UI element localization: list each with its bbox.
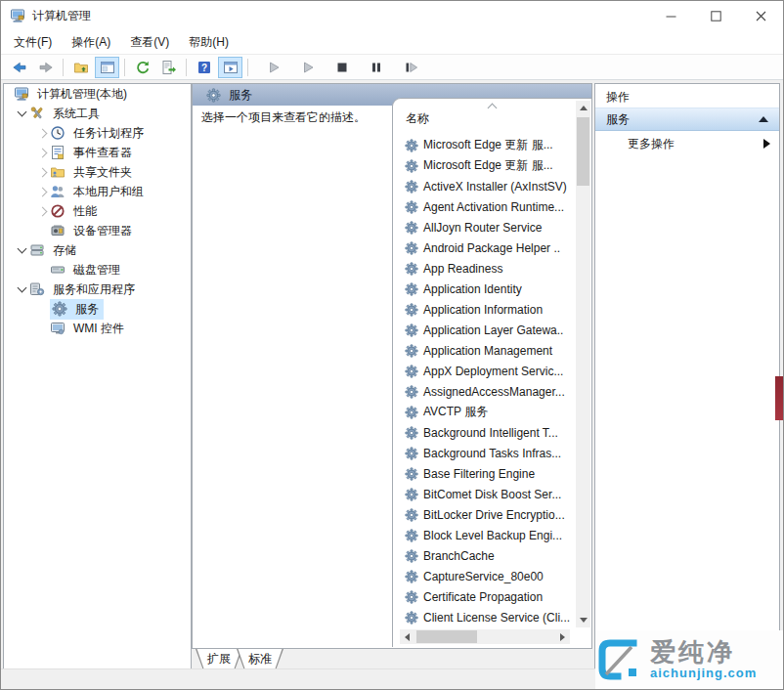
chevron-right-icon: [37, 148, 47, 157]
minimize-button[interactable]: [648, 1, 693, 30]
console-tree-toggle-button[interactable]: [95, 57, 119, 78]
service-list-item[interactable]: Block Level Backup Engi...: [393, 525, 574, 545]
service-list-item[interactable]: CaptureService_80e00: [393, 566, 574, 586]
column-header-name[interactable]: 名称: [393, 99, 574, 132]
menu-help[interactable]: 帮助(H): [179, 31, 239, 54]
scroll-up-button[interactable]: [576, 101, 590, 115]
tree-item-computer-management[interactable]: 计算机管理(本地): [4, 84, 191, 104]
tree-item-label: 存储: [50, 241, 79, 260]
expander[interactable]: [34, 130, 50, 137]
stop-service-button[interactable]: [329, 57, 354, 78]
help-button[interactable]: ?: [192, 57, 216, 78]
tree-item-local-users-groups[interactable]: 本地用户和组: [4, 182, 191, 201]
service-name: Application Information: [423, 303, 543, 317]
export-list-button[interactable]: [156, 57, 181, 78]
menu-view[interactable]: 查看(V): [120, 31, 179, 54]
close-button[interactable]: [738, 1, 783, 30]
tree-item-storage[interactable]: 存储: [4, 240, 191, 260]
more-actions-item[interactable]: 更多操作: [595, 133, 779, 154]
gear-icon: [405, 159, 418, 173]
vertical-scrollbar[interactable]: [576, 101, 590, 627]
forward-button[interactable]: [33, 57, 58, 78]
service-list-item[interactable]: AllJoyn Router Service: [393, 217, 574, 237]
tree-item-task-scheduler[interactable]: 任务计划程序: [4, 123, 191, 143]
service-list-item[interactable]: Microsoft Edge 更新 服...: [393, 155, 574, 176]
tree-item-device-manager[interactable]: 设备管理器: [4, 221, 191, 240]
tree-item-label: 计算机管理(本地): [34, 85, 130, 104]
tree-item-services[interactable]: 服务: [4, 299, 191, 319]
back-icon: [12, 60, 27, 75]
tree-item-label: WMI 控件: [70, 320, 127, 338]
refresh-button[interactable]: [130, 57, 154, 78]
tree-item-system-tools[interactable]: 系统工具: [4, 104, 191, 123]
menu-action[interactable]: 操作(A): [62, 31, 120, 54]
tab-standard[interactable]: 标准: [237, 649, 283, 670]
view-tabs: 扩展 标准: [196, 649, 278, 670]
service-list-item[interactable]: Base Filtering Engine: [393, 463, 574, 484]
scroll-down-button[interactable]: [576, 613, 590, 627]
service-list-item[interactable]: Background Intelligent T...: [393, 422, 574, 443]
service-list-item[interactable]: BitLocker Drive Encryptio...: [393, 504, 574, 525]
service-name: Android Package Helper ..: [423, 241, 560, 255]
tree-item-label: 磁盘管理: [70, 261, 123, 280]
gear-icon: [405, 406, 418, 419]
gear-icon: [405, 590, 418, 604]
resume-service-button[interactable]: [295, 57, 320, 78]
red-edge-artifact: [775, 376, 783, 420]
restart-service-button[interactable]: [398, 57, 422, 78]
computer-management-window: 计算机管理 文件(F) 操作(A) 查看(V) 帮助(H): [0, 0, 784, 690]
tree-item-event-viewer[interactable]: 事件查看器: [4, 143, 191, 162]
service-list: Microsoft Edge 更新 服... Microsoft Edge 更新…: [393, 135, 574, 625]
expander[interactable]: [34, 189, 50, 195]
horizontal-scrollbar[interactable]: [400, 629, 570, 644]
service-name: Base Filtering Engine: [423, 467, 535, 481]
pause-service-button[interactable]: [364, 57, 388, 78]
tree-item-disk-management[interactable]: 磁盘管理: [4, 260, 191, 280]
service-list-item[interactable]: App Readiness: [393, 258, 574, 279]
up-folder-button[interactable]: [68, 57, 93, 78]
service-list-item[interactable]: ActiveX Installer (AxInstSV): [393, 176, 574, 196]
tree-item-shared-folders[interactable]: 共享文件夹: [4, 162, 191, 182]
service-list-item[interactable]: Application Management: [393, 340, 574, 361]
service-list-item[interactable]: Client License Service (Cli...: [393, 607, 574, 625]
service-list-item[interactable]: AssignedAccessManager...: [393, 381, 574, 402]
tree-item-performance[interactable]: 性能: [4, 201, 191, 221]
tree-item-services-applications[interactable]: 服务和应用程序: [4, 280, 191, 299]
service-name: AppX Deployment Servic...: [423, 365, 563, 378]
actions-section-services[interactable]: 服务: [595, 108, 779, 131]
expander[interactable]: [34, 150, 50, 156]
service-list-item[interactable]: Application Identity: [393, 279, 574, 299]
vertical-scroll-thumb[interactable]: [577, 117, 589, 186]
aichunjing-logo-icon: [595, 636, 642, 683]
expander[interactable]: [14, 111, 29, 115]
expander[interactable]: [34, 169, 50, 176]
action-pane-toggle-button[interactable]: [218, 57, 242, 78]
maximize-button[interactable]: [693, 1, 738, 30]
tree-item-wmi-control[interactable]: WMI 控件: [4, 319, 191, 338]
service-list-item[interactable]: BranchCache: [393, 545, 574, 566]
scroll-right-button[interactable]: [555, 629, 570, 644]
tab-extended[interactable]: 扩展: [196, 649, 242, 670]
horizontal-scroll-thumb[interactable]: [416, 630, 477, 643]
expander[interactable]: [14, 287, 29, 291]
start-service-button[interactable]: [261, 57, 285, 78]
expander[interactable]: [14, 248, 29, 252]
actions-panel-title: 操作: [606, 89, 630, 106]
service-list-item[interactable]: Certificate Propagation: [393, 586, 574, 607]
service-list-item[interactable]: Application Information: [393, 299, 574, 320]
service-list-item[interactable]: AVCTP 服务: [393, 402, 574, 422]
expander[interactable]: [34, 208, 50, 215]
service-list-item[interactable]: Microsoft Edge 更新 服...: [393, 135, 574, 155]
service-list-item[interactable]: Background Tasks Infras...: [393, 443, 574, 463]
service-list-item[interactable]: Agent Activation Runtime...: [393, 196, 574, 217]
service-list-item[interactable]: Android Package Helper ..: [393, 237, 574, 258]
service-list-item[interactable]: AppX Deployment Servic...: [393, 361, 574, 381]
service-list-item[interactable]: Application Layer Gatewa..: [393, 320, 574, 340]
menu-file[interactable]: 文件(F): [4, 31, 62, 54]
toolbar: ?: [1, 55, 783, 80]
service-name: Microsoft Edge 更新 服...: [423, 157, 553, 174]
title-bar: 计算机管理: [1, 1, 783, 30]
back-button[interactable]: [7, 57, 31, 78]
service-list-item[interactable]: BitComet Disk Boost Ser...: [393, 484, 574, 504]
scroll-left-button[interactable]: [400, 629, 414, 644]
